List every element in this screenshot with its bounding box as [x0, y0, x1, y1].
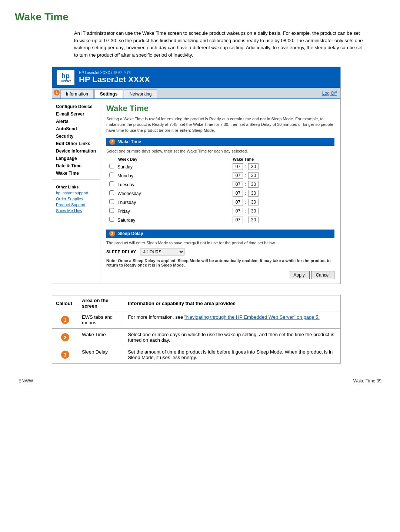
action-buttons: Apply Cancel	[106, 271, 334, 279]
minute-input-4[interactable]	[248, 199, 259, 205]
hour-input-3[interactable]	[233, 190, 243, 197]
minute-input-3[interactable]	[248, 190, 259, 197]
content-area: Wake Time Setting a Wake Time is useful …	[100, 99, 340, 284]
sleep-note-bold: Note: Once a Sleep Delay is applied, Sle…	[106, 258, 259, 263]
page-footer: ENWW Wake Time 39	[15, 378, 385, 384]
callout-table: Callout Area on the screen Information o…	[52, 295, 341, 364]
tab-networking[interactable]: Networking	[124, 89, 157, 98]
sidebar-item-edit-other-links[interactable]: Edit Other Links	[52, 140, 100, 147]
time-separator: :	[245, 173, 246, 178]
sidebar-link-hp-instant-support[interactable]: hp instant support	[52, 190, 100, 196]
content-description: Setting a Wake Time is useful for ensuri…	[106, 116, 334, 133]
table-row: Saturday :	[106, 215, 334, 224]
day-checkbox-3[interactable]	[109, 190, 114, 195]
callout-area-cell: Sleep Delay	[78, 346, 124, 364]
callout-badge-1: 1	[54, 90, 60, 96]
sleep-delay-select[interactable]: 1 HOUR2 HOURS4 HOURS8 HOURS12 HOURS	[140, 248, 184, 255]
callout-info-cell: Select one or more days on which to use …	[124, 329, 341, 346]
day-label: Thursday	[117, 200, 136, 205]
hp-device-info: HP LaserJet XXXX / 15.62.9.73 HP LaserJe…	[79, 71, 150, 84]
sidebar-item-device-information[interactable]: Device Information	[52, 147, 100, 155]
intro-paragraph: An IT administrator can use the Wake Tim…	[74, 30, 363, 58]
day-checkbox-5[interactable]	[109, 208, 114, 213]
logoff-link[interactable]: Log Off	[322, 91, 337, 96]
minute-input-1[interactable]	[248, 172, 259, 179]
time-separator: :	[245, 164, 246, 169]
sidebar-item-alerts[interactable]: Alerts	[52, 118, 100, 125]
callout-table-row: 1 EWS tabs and menus For more informatio…	[52, 311, 341, 329]
day-label: Tuesday	[117, 182, 134, 187]
device-ui-frame: hp INVENT HP LaserJet XXXX / 15.62.9.73 …	[52, 67, 341, 284]
minute-input-5[interactable]	[248, 208, 259, 214]
day-checkbox-4[interactable]	[109, 199, 114, 204]
sidebar: Configure Device E-mail Server Alerts Au…	[52, 99, 100, 284]
day-checkbox-0[interactable]	[109, 164, 114, 168]
nav-tabs: 1 Information Settings Networking Log Of…	[52, 88, 340, 99]
callout-table-row: 3 Sleep Delay Set the amount of time the…	[52, 346, 341, 364]
callout-area-cell: Wake Time	[78, 329, 124, 346]
apply-button[interactable]: Apply	[289, 271, 310, 279]
callout-number-cell: 2	[52, 329, 78, 346]
wake-time-table: Week Day Wake Time Sunday : Monday :	[106, 156, 334, 224]
hour-input-2[interactable]	[233, 181, 243, 188]
cancel-button[interactable]: Cancel	[311, 271, 334, 279]
sidebar-item-wake-time[interactable]: Wake Time	[52, 170, 100, 177]
time-separator: :	[245, 182, 246, 187]
sidebar-item-autosend[interactable]: AutoSend	[52, 125, 100, 133]
content-title: Wake Time	[106, 104, 334, 113]
sidebar-link-product-support[interactable]: Product Support	[52, 202, 100, 208]
time-separator: :	[245, 200, 246, 205]
day-label: Friday	[117, 209, 130, 214]
callout-badge-2: 2	[61, 333, 69, 341]
table-row: Monday :	[106, 171, 334, 180]
device-name: HP LaserJet XXXX	[79, 75, 150, 84]
callout-info-cell: Set the amount of time the product is id…	[124, 346, 341, 364]
day-label: Wednesday	[117, 191, 141, 196]
hour-input-1[interactable]	[233, 172, 243, 179]
day-checkbox-2[interactable]	[109, 181, 114, 186]
minute-input-0[interactable]	[248, 163, 259, 170]
page-title: Wake Time	[15, 11, 385, 23]
minute-input-6[interactable]	[248, 217, 259, 223]
tab-information[interactable]: Information	[60, 89, 94, 98]
hour-input-0[interactable]	[233, 163, 243, 170]
callout-number-cell: 1	[52, 311, 78, 329]
sidebar-item-email-server[interactable]: E-mail Server	[52, 110, 100, 118]
day-checkbox-6[interactable]	[109, 217, 114, 222]
callout-table-header-callout: Callout	[52, 295, 78, 311]
sleep-delay-description: The product will enter Sleep Mode to sav…	[106, 241, 334, 245]
table-row: Sunday :	[106, 162, 334, 171]
wake-time-instruction: Select one or more days below, then set …	[106, 149, 334, 153]
hour-input-5[interactable]	[233, 208, 243, 214]
sidebar-link-order-supplies[interactable]: Order Supplies	[52, 196, 100, 202]
hour-input-6[interactable]	[233, 217, 243, 223]
ews-link[interactable]: "Navigating through the HP Embedded Web …	[184, 314, 320, 320]
minute-input-2[interactable]	[248, 181, 259, 188]
hp-logo: hp INVENT	[57, 70, 74, 85]
hour-input-4[interactable]	[233, 199, 243, 205]
time-separator: :	[245, 208, 246, 214]
sleep-delay-row: SLEEP DELAY 1 HOUR2 HOURS4 HOURS8 HOURS1…	[106, 248, 334, 255]
sleep-note: Note: Once a Sleep Delay is applied, Sle…	[106, 258, 334, 267]
callout-table-header-area: Area on the screen	[78, 295, 124, 311]
footer-right: Wake Time 39	[353, 378, 381, 384]
sidebar-item-configure-device[interactable]: Configure Device	[52, 103, 100, 110]
table-row: Wednesday :	[106, 189, 334, 198]
time-separator: :	[245, 217, 246, 222]
week-day-header: Week Day	[106, 156, 230, 162]
tab-settings[interactable]: Settings	[94, 89, 123, 98]
wake-time-section-bar: 2 Wake Time	[106, 138, 334, 146]
device-subtitle: HP LaserJet XXXX / 15.62.9.73	[79, 71, 150, 75]
hp-header: hp INVENT HP LaserJet XXXX / 15.62.9.73 …	[52, 67, 340, 88]
callout-badge-3: 3	[109, 231, 115, 237]
sidebar-item-language[interactable]: Language	[52, 155, 100, 162]
sleep-delay-section-bar: 3 Sleep Delay	[106, 230, 334, 238]
sidebar-item-date-time[interactable]: Date & Time	[52, 162, 100, 170]
sidebar-item-security[interactable]: Security	[52, 133, 100, 140]
sidebar-link-show-me-how[interactable]: Show Me How	[52, 208, 100, 214]
day-checkbox-1[interactable]	[109, 173, 114, 177]
wake-time-header: Wake Time	[230, 156, 334, 162]
callout-number-cell: 3	[52, 346, 78, 364]
callout-info-cell: For more information, see "Navigating th…	[124, 311, 341, 329]
callout-badge-1: 1	[61, 316, 69, 324]
